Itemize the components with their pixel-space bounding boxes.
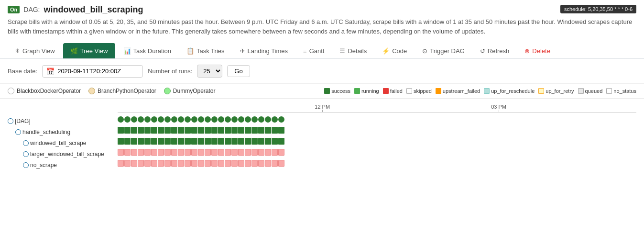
cell-no_scrape-4[interactable] [144, 160, 151, 167]
cell-no_scrape-13[interactable] [205, 160, 211, 167]
cell-dag-5[interactable] [151, 116, 157, 123]
cell-handle_scheduling-5[interactable] [151, 127, 157, 134]
cell-windowed_bill_scrape-10[interactable] [185, 138, 191, 145]
cell-larger_windowed_bill_scrape-21[interactable] [258, 149, 264, 156]
cell-windowed_bill_scrape-18[interactable] [238, 138, 244, 145]
tab-trigger-dag[interactable]: ⊙ Trigger DAG [415, 43, 471, 58]
cell-larger_windowed_bill_scrape-11[interactable] [191, 149, 197, 156]
cell-no_scrape-14[interactable] [211, 160, 218, 167]
tab-code[interactable]: ⚡ Code [375, 43, 414, 58]
cell-windowed_bill_scrape-2[interactable] [131, 138, 137, 145]
cell-no_scrape-19[interactable] [245, 160, 251, 167]
cell-no_scrape-15[interactable] [218, 160, 224, 167]
cell-windowed_bill_scrape-24[interactable] [278, 138, 284, 145]
cell-windowed_bill_scrape-5[interactable] [151, 138, 157, 145]
cell-dag-21[interactable] [258, 116, 264, 123]
cell-dag-13[interactable] [205, 116, 211, 123]
cell-larger_windowed_bill_scrape-16[interactable] [225, 149, 231, 156]
cell-handle_scheduling-14[interactable] [211, 127, 218, 134]
tab-task-tries[interactable]: 📋 Task Tries [179, 43, 232, 58]
cell-handle_scheduling-24[interactable] [278, 127, 284, 134]
cell-dag-24[interactable] [278, 116, 284, 123]
go-button[interactable]: Go [227, 65, 250, 77]
cell-handle_scheduling-9[interactable] [178, 127, 184, 134]
cell-no_scrape-12[interactable] [198, 160, 204, 167]
base-date-input[interactable] [57, 68, 139, 75]
cell-no_scrape-11[interactable] [191, 160, 197, 167]
cell-larger_windowed_bill_scrape-20[interactable] [251, 149, 258, 156]
tab-graph[interactable]: ✳ Graph View [8, 43, 62, 58]
cell-windowed_bill_scrape-22[interactable] [265, 138, 271, 145]
cell-handle_scheduling-18[interactable] [238, 127, 244, 134]
cell-no_scrape-0[interactable] [118, 160, 124, 167]
cell-no_scrape-2[interactable] [131, 160, 137, 167]
cell-larger_windowed_bill_scrape-7[interactable] [164, 149, 171, 156]
cell-dag-1[interactable] [124, 116, 131, 123]
cell-handle_scheduling-4[interactable] [144, 127, 151, 134]
cell-handle_scheduling-3[interactable] [138, 127, 144, 134]
cell-handle_scheduling-19[interactable] [245, 127, 251, 134]
cell-larger_windowed_bill_scrape-0[interactable] [118, 149, 124, 156]
cell-no_scrape-17[interactable] [231, 160, 238, 167]
cell-windowed_bill_scrape-20[interactable] [251, 138, 258, 145]
cell-larger_windowed_bill_scrape-3[interactable] [138, 149, 144, 156]
cell-handle_scheduling-8[interactable] [171, 127, 177, 134]
cell-windowed_bill_scrape-0[interactable] [118, 138, 124, 145]
cell-windowed_bill_scrape-1[interactable] [124, 138, 131, 145]
cell-windowed_bill_scrape-14[interactable] [211, 138, 218, 145]
cell-larger_windowed_bill_scrape-10[interactable] [185, 149, 191, 156]
cell-dag-7[interactable] [164, 116, 171, 123]
tab-task-duration[interactable]: 📊 Task Duration [116, 43, 178, 58]
cell-handle_scheduling-12[interactable] [198, 127, 204, 134]
cell-handle_scheduling-23[interactable] [272, 127, 278, 134]
cell-larger_windowed_bill_scrape-5[interactable] [151, 149, 157, 156]
cell-windowed_bill_scrape-6[interactable] [158, 138, 164, 145]
cell-handle_scheduling-10[interactable] [185, 127, 191, 134]
cell-larger_windowed_bill_scrape-2[interactable] [131, 149, 137, 156]
cell-no_scrape-5[interactable] [151, 160, 157, 167]
cell-larger_windowed_bill_scrape-22[interactable] [265, 149, 271, 156]
cell-dag-16[interactable] [225, 116, 231, 123]
cell-dag-0[interactable] [118, 116, 124, 123]
cell-no_scrape-7[interactable] [164, 160, 171, 167]
cell-dag-22[interactable] [265, 116, 271, 123]
cell-no_scrape-24[interactable] [278, 160, 284, 167]
cell-no_scrape-21[interactable] [258, 160, 264, 167]
cell-dag-17[interactable] [231, 116, 238, 123]
cell-dag-12[interactable] [198, 116, 204, 123]
tab-delete[interactable]: ⊗ Delete [517, 43, 557, 58]
tab-gantt[interactable]: ≡ Gantt [296, 43, 331, 58]
cell-windowed_bill_scrape-9[interactable] [178, 138, 184, 145]
tree-row-handle[interactable]: handle_scheduling [8, 127, 118, 137]
tree-row-dag[interactable]: [DAG] [8, 116, 118, 126]
cell-no_scrape-20[interactable] [251, 160, 258, 167]
tree-row-larger[interactable]: larger_windowed_bill_scrape [8, 149, 118, 159]
cell-no_scrape-1[interactable] [124, 160, 131, 167]
tree-row-noscrape[interactable]: no_scrape [8, 160, 118, 170]
cell-larger_windowed_bill_scrape-24[interactable] [278, 149, 284, 156]
cell-dag-18[interactable] [238, 116, 244, 123]
cell-dag-9[interactable] [178, 116, 184, 123]
cell-windowed_bill_scrape-17[interactable] [231, 138, 238, 145]
cell-handle_scheduling-0[interactable] [118, 127, 124, 134]
cell-windowed_bill_scrape-4[interactable] [144, 138, 151, 145]
tab-refresh[interactable]: ↺ Refresh [473, 43, 517, 58]
cell-windowed_bill_scrape-23[interactable] [272, 138, 278, 145]
cell-no_scrape-23[interactable] [272, 160, 278, 167]
cell-windowed_bill_scrape-15[interactable] [218, 138, 224, 145]
cell-larger_windowed_bill_scrape-1[interactable] [124, 149, 131, 156]
num-runs-select[interactable]: 25 5 10 15 20 50 [197, 65, 222, 78]
cell-no_scrape-22[interactable] [265, 160, 271, 167]
cell-handle_scheduling-13[interactable] [205, 127, 211, 134]
cell-larger_windowed_bill_scrape-8[interactable] [171, 149, 177, 156]
cell-no_scrape-9[interactable] [178, 160, 184, 167]
cell-dag-3[interactable] [138, 116, 144, 123]
cell-handle_scheduling-21[interactable] [258, 127, 264, 134]
cell-dag-20[interactable] [251, 116, 258, 123]
tab-details[interactable]: ☰ Details [332, 43, 374, 58]
cell-handle_scheduling-1[interactable] [124, 127, 131, 134]
cell-larger_windowed_bill_scrape-13[interactable] [205, 149, 211, 156]
cell-handle_scheduling-22[interactable] [265, 127, 271, 134]
cell-windowed_bill_scrape-3[interactable] [138, 138, 144, 145]
cell-no_scrape-8[interactable] [171, 160, 177, 167]
